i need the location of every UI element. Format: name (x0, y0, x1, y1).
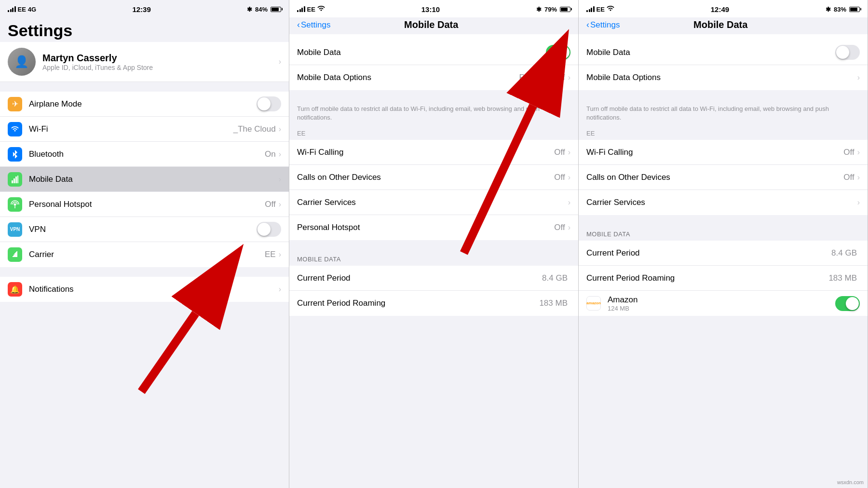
wifi-calling-chevron3: › (857, 148, 860, 157)
current-period-value2: 8.4 GB (542, 273, 568, 283)
notifications-icon: 🔔 (8, 282, 22, 297)
profile-row[interactable]: 👤 Martyn Casserly Apple ID, iCloud, iTun… (0, 42, 289, 82)
notifications-section: 🔔 Notifications › (0, 277, 289, 302)
amazon-row[interactable]: amazon Amazon 124 MB (579, 291, 868, 316)
ee-label2: EE (289, 127, 578, 140)
data-usage-section2: Current Period 8.4 GB Current Period Roa… (289, 266, 578, 316)
airplane-mode-icon: ✈ (8, 97, 22, 111)
bluetooth-row[interactable]: Bluetooth On › (0, 142, 289, 167)
settings-scroll[interactable]: 👤 Martyn Casserly Apple ID, iCloud, iTun… (0, 42, 289, 488)
carrier-row[interactable]: Carrier EE › (0, 242, 289, 267)
amazon-toggle[interactable] (835, 296, 860, 311)
nav-title-panel2: Mobile Data (330, 19, 532, 30)
mobile-data-toggle-row3[interactable]: Mobile Data (579, 40, 868, 65)
current-period-roaming-value3: 183 MB (828, 273, 857, 283)
mobile-data-options-value: Roaming Off (519, 73, 565, 82)
personal-hotspot-row2[interactable]: Personal Hotspot Off › (289, 215, 578, 240)
mobile-data-description2: Turn off mobile data to restrict all dat… (289, 100, 578, 127)
vpn-toggle[interactable] (257, 222, 281, 237)
battery3-body (849, 7, 860, 12)
mobile-data-panel-on: EE 13:10 ✱ 79% ‹ Settings Mobile Data (289, 0, 579, 488)
mobile-data-scroll3[interactable]: Mobile Data Mobile Data Options › Turn o… (579, 34, 868, 488)
notifications-row[interactable]: 🔔 Notifications › (0, 277, 289, 302)
bluetooth-row-icon (8, 147, 22, 162)
mobile-data-options-chevron3: › (857, 73, 860, 82)
airplane-mode-row[interactable]: ✈ Airplane Mode (0, 92, 289, 117)
calls-other-chevron2: › (568, 173, 570, 182)
ee-label3: EE (579, 127, 868, 140)
wifi-calling-chevron2: › (568, 148, 570, 157)
svg-rect-4 (15, 176, 17, 183)
hotspot-chevron: › (279, 200, 281, 209)
profile-sub: Apple ID, iCloud, iTunes & App Store (42, 64, 279, 71)
settings-large-title: Settings (0, 17, 289, 42)
status-bar-panel1: EE 4G 12:39 ✱ 84% (0, 0, 289, 17)
carrier-services-row3[interactable]: Carrier Services › (579, 190, 868, 215)
avatar: 👤 (8, 48, 36, 76)
mobile-data-scroll2[interactable]: Mobile Data Mobile Data Options Roaming … (289, 34, 578, 488)
amazon-icon-text: amazon (586, 301, 601, 305)
current-period-row3[interactable]: Current Period 8.4 GB (579, 241, 868, 266)
svg-rect-5 (17, 176, 18, 183)
wifi-calling-label2: Wi-Fi Calling (297, 148, 554, 157)
carrier-services-chevron3: › (857, 198, 860, 207)
wifi-calling-row2[interactable]: Wi-Fi Calling Off › (289, 140, 578, 165)
wifi-calling-value2: Off (554, 148, 565, 157)
wifi2 (317, 5, 325, 13)
mobile-data-options-chevron: › (568, 73, 570, 82)
mobile-data-toggle-label3: Mobile Data (586, 48, 835, 57)
back-button-panel2[interactable]: ‹ Settings (297, 20, 330, 30)
mobile-data-row[interactable]: Mobile Data › (0, 167, 289, 192)
bluetooth2-icon: ✱ (536, 6, 542, 13)
current-period-label3: Current Period (586, 248, 831, 258)
notifications-label: Notifications (29, 285, 279, 294)
back-label2: Settings (301, 20, 330, 30)
mobile-data-options-row[interactable]: Mobile Data Options Roaming Off › (289, 65, 578, 90)
carrier-services-row2[interactable]: Carrier Services › (289, 190, 578, 215)
network2: EE (307, 6, 315, 13)
wifi-row[interactable]: Wi-Fi _The Cloud › (0, 117, 289, 142)
hotspot-row[interactable]: Personal Hotspot Off › (0, 192, 289, 217)
current-period-value3: 8.4 GB (831, 248, 857, 258)
wifi-chevron: › (279, 125, 281, 134)
status-time2: 13:10 (421, 5, 440, 14)
nav-bar-panel3: ‹ Settings Mobile Data (579, 17, 868, 34)
wifi-calling-row3[interactable]: Wi-Fi Calling Off › (579, 140, 868, 165)
calls-other-row2[interactable]: Calls on Other Devices Off › (289, 165, 578, 190)
back-chevron3: ‹ (586, 20, 589, 30)
carrier-value: EE (265, 250, 276, 259)
personal-hotspot-label2: Personal Hotspot (297, 223, 554, 232)
battery3-percent: 83% (834, 6, 846, 13)
settings-panel: EE 4G 12:39 ✱ 84% Settings 👤 Martyn Cass… (0, 0, 289, 488)
mobile-data-chevron: › (279, 175, 281, 184)
airplane-mode-toggle[interactable] (257, 96, 281, 111)
calls-other-value3: Off (843, 173, 854, 182)
calls-other-row3[interactable]: Calls on Other Devices Off › (579, 165, 868, 190)
current-period-row2[interactable]: Current Period 8.4 GB (289, 266, 578, 291)
status-right: ✱ 84% (247, 6, 281, 13)
battery2-percent: 79% (544, 6, 557, 13)
wifi-icon (8, 122, 22, 136)
mobile-data-section-header3: MOBILE DATA (579, 225, 868, 241)
carrier-chevron: › (279, 250, 281, 259)
mobile-data-main-section: Mobile Data Mobile Data Options Roaming … (289, 40, 578, 90)
carrier-label: Carrier (29, 250, 265, 259)
mobile-data-options-row3[interactable]: Mobile Data Options › (579, 65, 868, 90)
back-button-panel3[interactable]: ‹ Settings (586, 20, 620, 30)
signal-bars2 (297, 6, 305, 12)
mobile-data-toggle-row[interactable]: Mobile Data (289, 40, 578, 65)
toggle-knob (258, 97, 271, 110)
amazon-size: 124 MB (608, 305, 835, 312)
mobile-data-main-toggle3[interactable] (835, 45, 860, 60)
svg-rect-2 (12, 180, 13, 183)
current-period-roaming-row2[interactable]: Current Period Roaming 183 MB (289, 291, 578, 316)
vpn-row[interactable]: VPN VPN (0, 217, 289, 242)
airplane-mode-label: Airplane Mode (29, 99, 257, 109)
mobile-data-main-toggle[interactable] (546, 45, 570, 60)
calls-other-label2: Calls on Other Devices (297, 173, 554, 182)
back-chevron2: ‹ (297, 20, 300, 30)
current-period-roaming-row3[interactable]: Current Period Roaming 183 MB (579, 266, 868, 291)
svg-rect-3 (14, 178, 15, 183)
personal-hotspot-value2: Off (554, 223, 565, 232)
amazon-app-name: Amazon (608, 295, 835, 305)
